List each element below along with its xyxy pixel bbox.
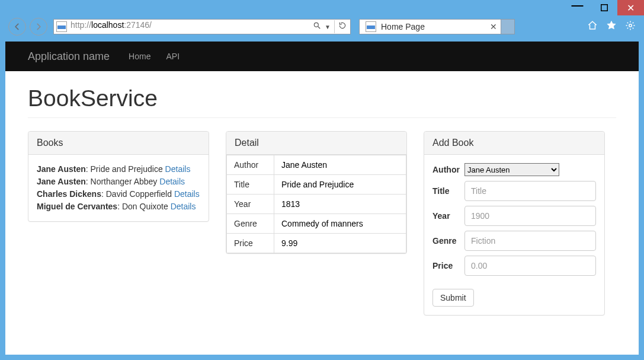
detail-key: Year [227,195,274,214]
year-input[interactable] [464,206,596,226]
book-item: Jane Austen: Pride and Prejudice Details [37,163,200,176]
book-item: Jane Austen: Northanger Abbey Details [37,176,200,188]
book-item: Miguel de Cervantes: Don Quixote Details [37,200,200,213]
table-row: Price9.99 [227,234,406,253]
nav-link-home[interactable]: Home [129,52,150,61]
address-tools: ▼ [313,20,350,33]
form-row: Title [432,181,596,201]
details-link[interactable]: Details [165,164,191,174]
book-title: Pride and Prejudice [91,164,163,174]
detail-value: Commedy of manners [274,214,406,234]
browser-toolbar: http://localhost:27146/ ▼ Home Page ✕ [0,15,644,38]
page-title: BookService [28,85,616,111]
table-row: TitlePride and Prejudice [227,175,406,195]
page-viewport: Application name Home API BookService Bo… [5,42,639,355]
table-row: GenreCommedy of manners [227,214,406,234]
refresh-icon[interactable] [338,21,347,32]
window-minimize-button[interactable]: — [564,0,591,15]
detail-table: AuthorJane AustenTitlePride and Prejudic… [226,155,406,253]
book-author: Jane Austen [37,177,86,186]
detail-panel: Detail AuthorJane AustenTitlePride and P… [226,131,407,254]
tab-close-icon[interactable]: ✕ [490,22,497,31]
books-list: Jane Austen: Pride and Prejudice Details… [28,155,209,221]
form-row: Genre [432,231,596,251]
detail-value: Pride and Prejudice [274,175,406,195]
detail-value: 9.99 [274,234,406,253]
title-input[interactable] [464,181,596,201]
add-book-panel-heading: Add Book [424,132,604,155]
tab-page-icon [366,21,376,32]
details-link[interactable]: Details [174,189,200,199]
form-label: Title [432,185,464,197]
form-label: Price [432,260,464,272]
address-bar[interactable]: http://localhost:27146/ ▼ [53,19,351,34]
book-title: David Copperfield [106,189,172,199]
tab-bar: Home Page ✕ [359,19,638,34]
detail-key: Genre [227,214,274,234]
search-icon[interactable] [313,21,321,32]
settings-icon[interactable] [625,20,636,33]
form-row-author: Author Jane Austen [432,163,596,176]
add-book-panel: Add Book Author Jane Austen TitleYearGen… [424,131,605,316]
svg-point-3 [629,24,632,27]
tab-title: Home Page [381,22,488,31]
browser-tab[interactable]: Home Page ✕ [359,19,501,34]
back-button[interactable] [8,18,26,36]
author-select[interactable]: Jane Austen [464,163,559,176]
home-icon[interactable] [587,20,598,33]
details-link[interactable]: Details [159,177,185,186]
title-rule [28,117,616,118]
detail-panel-heading: Detail [226,132,406,155]
table-row: AuthorJane Austen [227,155,406,175]
book-author: Charles Dickens [37,189,101,199]
window-close-button[interactable]: ✕ [617,0,644,15]
genre-input[interactable] [464,231,596,251]
detail-key: Title [227,175,274,195]
form-label: Year [432,210,464,222]
price-input[interactable] [464,256,596,276]
svg-line-2 [318,27,321,29]
books-panel: Books Jane Austen: Pride and Prejudice D… [28,131,209,222]
browser-right-tools [587,20,638,33]
submit-button[interactable]: Submit [432,289,474,307]
nav-link-api[interactable]: API [166,52,180,61]
form-row: Year [432,206,596,226]
dropdown-icon[interactable]: ▼ [325,24,331,30]
book-author: Jane Austen [37,164,86,174]
page-icon [56,21,67,32]
book-title: Don Quixote [122,202,168,211]
book-item: Charles Dickens: David Copperfield Detai… [37,188,200,200]
url-scheme: http:// [71,20,91,30]
detail-key: Author [227,155,274,175]
detail-value: 1813 [274,195,406,214]
navbar-brand[interactable]: Application name [28,50,110,63]
details-link[interactable]: Details [171,202,196,211]
url-path: :27146/ [124,20,152,30]
svg-rect-0 [601,5,607,11]
app-navbar: Application name Home API [5,42,639,71]
table-row: Year1813 [227,195,406,214]
form-row: Price [432,256,596,276]
new-tab-button[interactable] [501,19,515,34]
books-panel-heading: Books [28,132,209,155]
window-maximize-button[interactable] [591,0,617,15]
url-host: localhost [91,20,124,30]
forward-button[interactable] [30,18,47,36]
detail-value: Jane Austen [274,155,406,175]
svg-point-1 [314,23,318,27]
window-titlebar: — ✕ [0,0,644,15]
form-label: Genre [432,235,464,247]
book-title: Northanger Abbey [91,177,158,186]
author-label: Author [432,164,464,176]
favorites-icon[interactable] [606,20,617,33]
url-text[interactable]: http://localhost:27146/ [69,20,313,33]
detail-key: Price [227,234,274,253]
book-author: Miguel de Cervantes [37,202,117,211]
